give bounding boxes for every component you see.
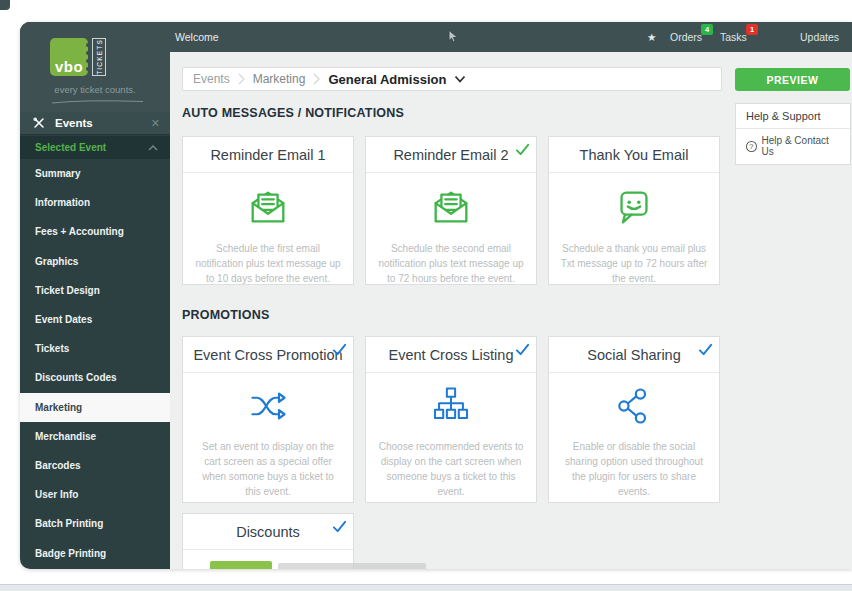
close-icon[interactable]: ✕: [151, 117, 160, 130]
bottom-edge-strip: [0, 584, 852, 591]
sidebar-item-summary[interactable]: Summary: [20, 159, 170, 188]
chevron-right-icon: [238, 73, 245, 85]
orders-count-badge: 4: [701, 24, 713, 35]
sidebar-item-tickets[interactable]: Tickets: [20, 334, 170, 363]
share-icon: [612, 384, 656, 428]
card-title: Event Cross Listing: [366, 337, 536, 373]
sidebar-item-information[interactable]: Information: [20, 188, 170, 217]
main-content: Events Marketing General Admission PREVI…: [170, 52, 852, 569]
card-thank-you-email[interactable]: Thank You Email Schedule a thank you ema…: [548, 136, 720, 285]
tasks-menu[interactable]: Tasks: [720, 22, 747, 52]
help-support-panel: Help & Support ? Help & Contact Us: [735, 103, 851, 165]
card-description: Schedule the first email notification pl…: [193, 241, 343, 286]
smiley-bubble-icon: [611, 184, 657, 230]
help-contact-link[interactable]: ? Help & Contact Us: [736, 129, 850, 164]
sidebar-item-graphics[interactable]: Graphics: [20, 247, 170, 276]
logo-area: vbo TICKETS every ticket counts.: [20, 22, 170, 112]
screenshot-canvas: Welcome ★ Orders 4 Tasks 1 Updates vbo T…: [0, 0, 852, 591]
tagline-underline: [50, 99, 145, 104]
preview-button[interactable]: PREVIEW: [735, 68, 850, 91]
check-icon: [515, 342, 530, 357]
card-social-sharing[interactable]: Social Sharing Enable or disable the soc…: [548, 336, 720, 503]
card-description: Choose recommended events to display on …: [376, 439, 526, 499]
sidebar-item-batch-printing[interactable]: Batch Printing: [20, 509, 170, 538]
section-heading-auto-messages: AUTO MESSAGES / NOTIFICATIONS: [182, 106, 404, 120]
help-support-title: Help & Support: [736, 104, 850, 129]
sidebar-item-marketing[interactable]: Marketing: [20, 393, 170, 422]
card-title: Reminder Email 1: [183, 137, 353, 173]
clipped-text-fragment: [278, 563, 426, 569]
logo-tickets-label: TICKETS: [92, 38, 106, 76]
sidebar-item-event-dates[interactable]: Event Dates: [20, 305, 170, 334]
card-title: Thank You Email: [549, 137, 719, 173]
card-reminder-email-2[interactable]: Reminder Email 2 Schedule the second ema…: [365, 136, 537, 285]
logo-tagline: every ticket counts.: [20, 84, 170, 95]
card-description: Set an event to display on the cart scre…: [193, 439, 343, 499]
envelope-open-icon: [245, 184, 291, 230]
corner-fragment: [0, 0, 10, 10]
question-mark-icon: ?: [746, 141, 757, 152]
envelope-open-icon: [428, 184, 474, 230]
sidebar-title: Events: [55, 117, 93, 129]
sidebar-item-user-info[interactable]: User Info: [20, 480, 170, 509]
section-heading-promotions: PROMOTIONS: [182, 308, 269, 322]
chevron-down-icon[interactable]: [454, 75, 466, 83]
card-description: Enable or disable the social sharing opt…: [559, 439, 709, 499]
card-title: Event Cross Promotion: [183, 337, 353, 373]
sidebar-group-selected-event[interactable]: Selected Event: [20, 136, 170, 159]
orders-menu[interactable]: Orders: [670, 22, 702, 52]
check-icon: [332, 342, 347, 357]
sidebar-item-fees-accounting[interactable]: Fees + Accounting: [20, 217, 170, 246]
card-title: Reminder Email 2: [366, 137, 536, 173]
sidebar-header: Events ✕: [20, 112, 170, 135]
chevron-right-icon: [313, 73, 320, 85]
mouse-cursor-icon: [448, 30, 459, 43]
sidebar: vbo TICKETS every ticket counts.: [20, 22, 170, 569]
sidebar-item-badge-printing[interactable]: Badge Printing: [20, 538, 170, 567]
breadcrumb: Events Marketing General Admission: [182, 67, 722, 91]
check-icon: [698, 342, 713, 357]
tasks-count-badge: 1: [746, 24, 758, 35]
app-window: Welcome ★ Orders 4 Tasks 1 Updates vbo T…: [20, 22, 852, 569]
card-title: Social Sharing: [549, 337, 719, 373]
breadcrumb-marketing[interactable]: Marketing: [253, 72, 306, 86]
check-icon: [515, 142, 530, 157]
welcome-label: Welcome: [175, 22, 219, 52]
check-icon: [332, 519, 347, 534]
sidebar-item-discounts-codes[interactable]: Discounts Codes: [20, 363, 170, 392]
card-description: Schedule the second email notification p…: [376, 241, 526, 286]
breadcrumb-current-event[interactable]: General Admission: [328, 72, 446, 87]
card-description: Schedule a thank you email plus Txt mess…: [559, 241, 709, 286]
clipped-green-button: [210, 561, 272, 569]
sidebar-item-merchandise[interactable]: Merchandise: [20, 422, 170, 451]
vbo-logo: vbo: [50, 38, 88, 76]
logo-text: vbo: [55, 58, 83, 75]
selected-event-label: Selected Event: [35, 142, 106, 153]
updates-menu[interactable]: Updates: [800, 22, 839, 52]
breadcrumb-events[interactable]: Events: [193, 72, 230, 86]
card-title: Discounts: [183, 514, 353, 550]
card-reminder-email-1[interactable]: Reminder Email 1 Schedule the first emai…: [182, 136, 354, 285]
chevron-up-icon[interactable]: [148, 145, 158, 151]
tools-icon: [32, 116, 46, 130]
favorites-star-icon[interactable]: ★: [647, 22, 656, 52]
sidebar-item-ticket-design[interactable]: Ticket Design: [20, 276, 170, 305]
card-event-cross-promotion[interactable]: Event Cross Promotion Set an event to di…: [182, 336, 354, 503]
shuffle-icon: [246, 384, 290, 428]
sitemap-icon: [429, 384, 473, 428]
sidebar-item-barcodes[interactable]: Barcodes: [20, 451, 170, 480]
card-event-cross-listing[interactable]: Event Cross Listing Choose recommended e…: [365, 336, 537, 503]
sidebar-menu: Summary Information Fees + Accounting Gr…: [20, 159, 170, 568]
